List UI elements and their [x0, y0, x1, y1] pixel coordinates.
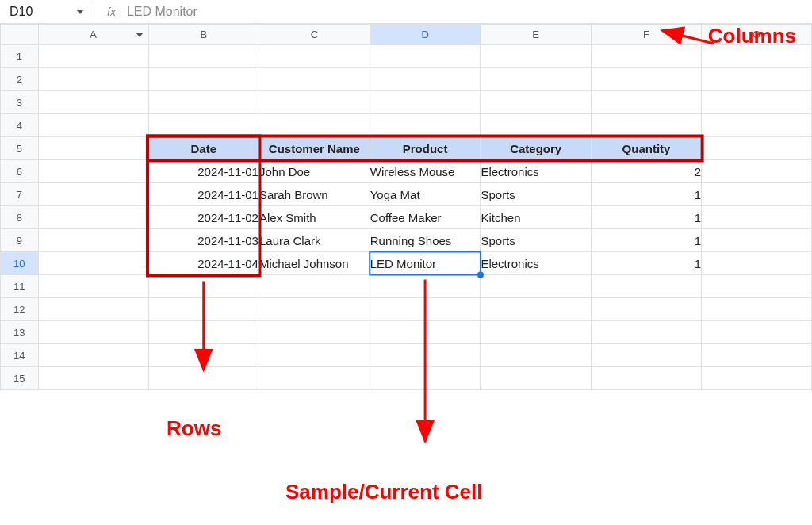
- cell-B15[interactable]: [148, 367, 259, 390]
- cell-C2[interactable]: [259, 68, 370, 91]
- cell-F1[interactable]: [591, 45, 701, 68]
- cell-B12[interactable]: [148, 298, 259, 321]
- cell-D5[interactable]: Product: [370, 137, 481, 160]
- column-header-e[interactable]: E: [481, 25, 591, 45]
- cell-C1[interactable]: [259, 45, 370, 68]
- cell-B5[interactable]: Date: [148, 137, 259, 160]
- column-header-b[interactable]: B: [148, 25, 259, 45]
- cell-A10[interactable]: [38, 252, 148, 275]
- row-header-4[interactable]: 4: [1, 114, 39, 137]
- select-all-corner[interactable]: [1, 25, 39, 45]
- cell-D9[interactable]: Running Shoes: [370, 229, 481, 252]
- cell-G6[interactable]: [702, 160, 812, 183]
- row-header-11[interactable]: 11: [1, 275, 39, 298]
- cell-E4[interactable]: [481, 114, 591, 137]
- row-header-7[interactable]: 7: [1, 183, 39, 206]
- cell-B8[interactable]: 2024-11-02: [148, 206, 259, 229]
- cell-B3[interactable]: [148, 91, 259, 114]
- cell-F2[interactable]: [591, 68, 701, 91]
- cell-A13[interactable]: [38, 321, 148, 344]
- cell-B9[interactable]: 2024-11-03: [148, 229, 259, 252]
- cell-F5[interactable]: Quantity: [591, 137, 701, 160]
- cell-C11[interactable]: [259, 275, 370, 298]
- cell-C14[interactable]: [259, 344, 370, 367]
- cell-D4[interactable]: [370, 114, 481, 137]
- cell-F11[interactable]: [591, 275, 701, 298]
- cell-E5[interactable]: Category: [481, 137, 591, 160]
- cell-D14[interactable]: [370, 344, 481, 367]
- cell-E15[interactable]: [481, 367, 591, 390]
- cell-B4[interactable]: [148, 114, 259, 137]
- cell-G9[interactable]: [702, 229, 812, 252]
- cell-E12[interactable]: [481, 298, 591, 321]
- row-header-9[interactable]: 9: [1, 229, 39, 252]
- cell-G14[interactable]: [702, 344, 812, 367]
- cell-G3[interactable]: [702, 91, 812, 114]
- cell-B11[interactable]: [148, 275, 259, 298]
- row-header-15[interactable]: 15: [1, 367, 39, 390]
- cell-E14[interactable]: [481, 344, 591, 367]
- cell-E8[interactable]: Kitchen: [481, 206, 591, 229]
- name-box[interactable]: D10: [6, 5, 70, 19]
- cell-G2[interactable]: [702, 68, 812, 91]
- cell-G5[interactable]: [702, 137, 812, 160]
- column-header-c[interactable]: C: [259, 25, 370, 45]
- cell-F7[interactable]: 1: [591, 183, 701, 206]
- column-header-f[interactable]: F: [591, 25, 701, 45]
- row-header-1[interactable]: 1: [1, 45, 39, 68]
- cell-C8[interactable]: Alex Smith: [259, 206, 370, 229]
- cell-F14[interactable]: [591, 344, 701, 367]
- cell-D12[interactable]: [370, 298, 481, 321]
- cell-A11[interactable]: [38, 275, 148, 298]
- cell-A8[interactable]: [38, 206, 148, 229]
- cell-C12[interactable]: [259, 298, 370, 321]
- cell-G13[interactable]: [702, 321, 812, 344]
- column-header-a[interactable]: A: [38, 25, 148, 45]
- cell-E6[interactable]: Electronics: [481, 160, 591, 183]
- cell-D3[interactable]: [370, 91, 481, 114]
- cell-A5[interactable]: [38, 137, 148, 160]
- row-header-14[interactable]: 14: [1, 344, 39, 367]
- cell-F9[interactable]: 1: [591, 229, 701, 252]
- cell-F15[interactable]: [591, 367, 701, 390]
- cell-E7[interactable]: Sports: [481, 183, 591, 206]
- cell-B7[interactable]: 2024-11-01: [148, 183, 259, 206]
- cell-G10[interactable]: [702, 252, 812, 275]
- cell-G11[interactable]: [702, 275, 812, 298]
- row-header-10[interactable]: 10: [1, 252, 39, 275]
- cell-B2[interactable]: [148, 68, 259, 91]
- cell-A4[interactable]: [38, 114, 148, 137]
- cell-D8[interactable]: Coffee Maker: [370, 206, 481, 229]
- cell-F3[interactable]: [591, 91, 701, 114]
- row-header-2[interactable]: 2: [1, 68, 39, 91]
- cell-E13[interactable]: [481, 321, 591, 344]
- cell-E2[interactable]: [481, 68, 591, 91]
- cell-D6[interactable]: Wireless Mouse: [370, 160, 481, 183]
- cell-F6[interactable]: 2: [591, 160, 701, 183]
- spreadsheet-grid[interactable]: ABCDEFG12345DateCustomer NameProductCate…: [0, 24, 812, 390]
- cell-A1[interactable]: [38, 45, 148, 68]
- row-header-12[interactable]: 12: [1, 298, 39, 321]
- cell-C13[interactable]: [259, 321, 370, 344]
- cell-G12[interactable]: [702, 298, 812, 321]
- cell-C15[interactable]: [259, 367, 370, 390]
- row-header-8[interactable]: 8: [1, 206, 39, 229]
- cell-E11[interactable]: [481, 275, 591, 298]
- cell-D13[interactable]: [370, 321, 481, 344]
- cell-A9[interactable]: [38, 229, 148, 252]
- cell-F13[interactable]: [591, 321, 701, 344]
- cell-F10[interactable]: 1: [591, 252, 701, 275]
- row-header-13[interactable]: 13: [1, 321, 39, 344]
- cell-A3[interactable]: [38, 91, 148, 114]
- cell-E10[interactable]: Electronics: [481, 252, 591, 275]
- cell-A12[interactable]: [38, 298, 148, 321]
- column-header-d[interactable]: D: [370, 25, 481, 45]
- fx-icon[interactable]: fx: [107, 6, 116, 18]
- cell-C5[interactable]: Customer Name: [259, 137, 370, 160]
- cell-B1[interactable]: [148, 45, 259, 68]
- cell-F4[interactable]: [591, 114, 701, 137]
- cell-E3[interactable]: [481, 91, 591, 114]
- cell-D7[interactable]: Yoga Mat: [370, 183, 481, 206]
- cell-C6[interactable]: John Doe: [259, 160, 370, 183]
- cell-A15[interactable]: [38, 367, 148, 390]
